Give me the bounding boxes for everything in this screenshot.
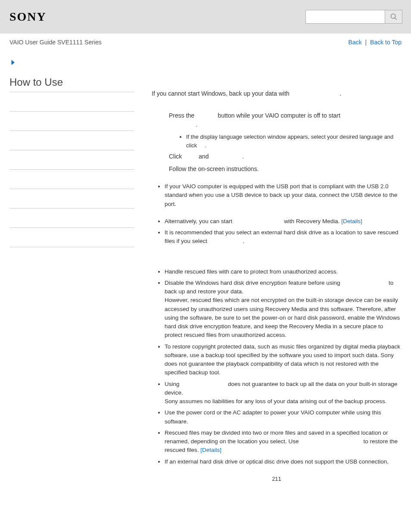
search-input[interactable] — [305, 10, 385, 24]
sidebar-item[interactable] — [9, 131, 134, 150]
svg-point-0 — [391, 14, 395, 19]
svg-line-1 — [395, 18, 397, 20]
step-block: Press the button while your VAIO compute… — [169, 111, 402, 174]
intro-text: If you cannot start Windows, back up you… — [152, 89, 402, 98]
sidebar-item[interactable] — [9, 150, 134, 170]
back-link[interactable]: Back — [349, 39, 362, 46]
search-icon — [390, 13, 398, 21]
sub-item: If the display language selection window… — [186, 133, 402, 149]
list-item: To restore copyright protected data, suc… — [165, 342, 402, 377]
sidebar-item[interactable] — [9, 170, 134, 189]
nav-links: Back | Back to Top — [349, 39, 402, 46]
bullet-list-b: Alternatively, you can start with Recove… — [160, 217, 402, 246]
step-2: Click and . — [169, 152, 402, 161]
list-item: Handle rescued files with care to protec… — [165, 268, 402, 276]
back-to-top-link[interactable]: Back to Top — [370, 39, 402, 46]
list-item: It is recommended that you select an ext… — [165, 228, 402, 246]
details-link[interactable]: [Details] — [200, 447, 221, 453]
list-item: If your VAIO computer is equipped with t… — [165, 182, 402, 208]
sidebar-title: How to Use — [9, 76, 134, 92]
main-content: If you cannot start Windows, back up you… — [143, 76, 402, 483]
content-wrap: How to Use If you cannot start Windows, … — [0, 68, 411, 483]
list-item: Rescued files may be divided into two or… — [165, 429, 402, 455]
list-item: If an external hard disk drive or optica… — [165, 457, 402, 466]
list-item: Disable the Windows hard disk drive encr… — [165, 279, 402, 340]
sidebar-item[interactable] — [9, 112, 134, 131]
bullet-list-a: If your VAIO computer is equipped with t… — [160, 182, 402, 208]
sidebar-item[interactable] — [9, 189, 134, 208]
sony-logo: SONY — [9, 10, 47, 24]
list-item: Using does not guarantee to back up all … — [165, 380, 402, 406]
sidebar-item[interactable] — [9, 208, 134, 228]
nav-separator: | — [365, 39, 367, 46]
list-item: Use the power cord or the AC adapter to … — [165, 408, 402, 426]
step-3: Follow the on-screen instructions. — [169, 165, 402, 174]
sidebar: How to Use — [9, 76, 143, 483]
search-button[interactable] — [385, 10, 402, 24]
sub-bullet-1: If the display language selection window… — [177, 133, 402, 149]
details-link[interactable]: [Details] — [341, 218, 362, 224]
sidebar-item[interactable] — [9, 228, 134, 247]
guide-title: VAIO User Guide SVE1111 Series — [9, 39, 102, 46]
notes-list: Handle rescued files with care to protec… — [160, 268, 402, 466]
breadcrumb-row: VAIO User Guide SVE1111 Series Back | Ba… — [0, 34, 411, 46]
header-bar: SONY — [0, 0, 411, 34]
chevron-right-icon — [9, 59, 17, 66]
list-item: Alternatively, you can start with Recove… — [165, 217, 402, 226]
sidebar-item[interactable] — [9, 92, 134, 112]
search-wrap — [305, 10, 402, 24]
step-1: Press the button while your VAIO compute… — [169, 111, 402, 129]
chevron-row — [0, 46, 411, 68]
page-number: 211 — [152, 475, 402, 483]
